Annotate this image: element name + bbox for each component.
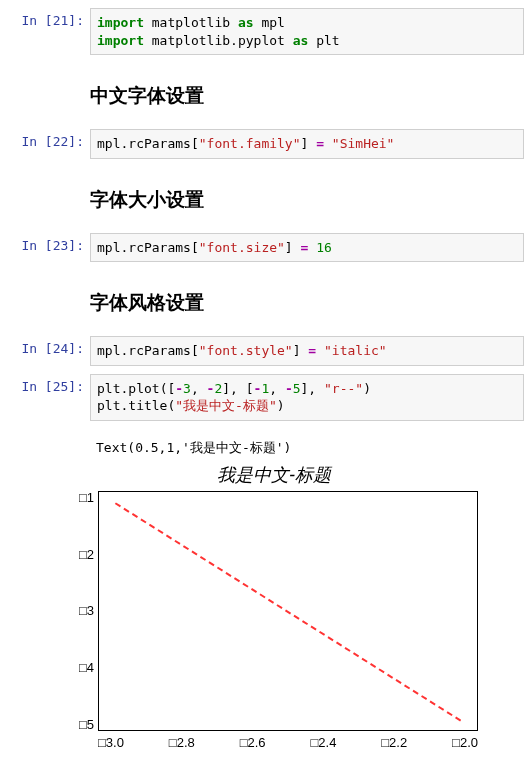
- code-input[interactable]: mpl.rcParams["font.family"] = "SimHei": [90, 129, 524, 159]
- heading-font-family: 中文字体设置: [90, 83, 524, 109]
- code-input[interactable]: mpl.rcParams["font.style"] = "italic": [90, 336, 524, 366]
- ytick-label: □1: [64, 491, 94, 504]
- code-input[interactable]: import matplotlib as mpl import matplotl…: [90, 8, 524, 55]
- xtick-label: □2.6: [240, 735, 266, 750]
- input-prompt: In [22]:: [8, 129, 90, 149]
- input-prompt: In [21]:: [8, 8, 90, 28]
- xtick-label: □2.4: [310, 735, 336, 750]
- xtick-label: □2.8: [169, 735, 195, 750]
- input-cell-23: In [23]: mpl.rcParams["font.size"] = 16: [8, 233, 524, 263]
- input-prompt: In [25]:: [8, 374, 90, 394]
- code-input[interactable]: plt.plot([-3, -2], [-1, -5], "r--") plt.…: [90, 374, 524, 421]
- ytick-label: □2: [64, 548, 94, 561]
- x-axis-ticks: □3.0 □2.8 □2.6 □2.4 □2.2 □2.0: [98, 731, 478, 750]
- input-cell-21: In [21]: import matplotlib as mpl import…: [8, 8, 524, 55]
- y-axis-ticks: □1 □2 □3 □4 □5: [64, 491, 98, 731]
- input-prompt: In [24]:: [8, 336, 90, 356]
- heading-font-size: 字体大小设置: [90, 187, 524, 213]
- line-series-0: [115, 502, 462, 721]
- input-cell-25: In [25]: plt.plot([-3, -2], [-1, -5], "r…: [8, 374, 524, 421]
- chart-title: 我是中文-标题: [64, 463, 484, 487]
- plot-area: [98, 491, 478, 731]
- ytick-label: □5: [64, 718, 94, 731]
- code-input[interactable]: mpl.rcParams["font.size"] = 16: [90, 233, 524, 263]
- input-cell-24: In [24]: mpl.rcParams["font.style"] = "i…: [8, 336, 524, 366]
- heading-font-style: 字体风格设置: [90, 290, 524, 316]
- input-cell-22: In [22]: mpl.rcParams["font.family"] = "…: [8, 129, 524, 159]
- input-prompt: In [23]:: [8, 233, 90, 253]
- ytick-label: □3: [64, 604, 94, 617]
- xtick-label: □2.0: [452, 735, 478, 750]
- ytick-label: □4: [64, 661, 94, 674]
- matplotlib-figure: 我是中文-标题 □1 □2 □3 □4 □5 □3.0 □2.8 □2.6 □2…: [64, 463, 484, 750]
- output-text: Text(0.5,1,'我是中文-标题'): [90, 429, 524, 463]
- xtick-label: □2.2: [381, 735, 407, 750]
- xtick-label: □3.0: [98, 735, 124, 750]
